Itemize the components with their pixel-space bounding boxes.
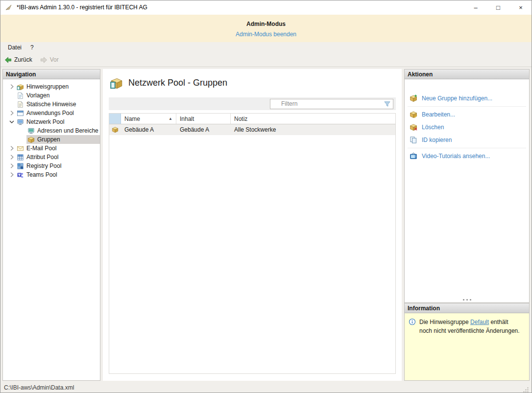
sidebar-item-label: Netzwerk Pool bbox=[26, 118, 64, 125]
column-label-notiz: Notiz bbox=[234, 116, 247, 122]
exit-admin-mode-link[interactable]: Admin-Modus beenden bbox=[236, 31, 296, 38]
chevron-right-icon[interactable] bbox=[8, 144, 16, 152]
information-panel: Information Die Hinweisgruppe Default en… bbox=[404, 303, 530, 381]
info-message-before: Die Hinweisgruppe bbox=[419, 319, 469, 325]
minimize-icon: – bbox=[474, 4, 477, 11]
sidebar-item-label: Vorlagen bbox=[26, 92, 49, 99]
back-button[interactable]: Zurück bbox=[4, 56, 32, 64]
sidebar-item-adressen-und-bereiche[interactable]: Adressen und Bereiche bbox=[3, 126, 100, 135]
expander-spacer bbox=[8, 92, 16, 99]
delete-group-action[interactable]: Löschen bbox=[405, 121, 529, 134]
network-pool-icon bbox=[17, 118, 24, 126]
video-tutorials-icon bbox=[410, 152, 417, 160]
navigation-panel-header: Navigation bbox=[3, 69, 100, 79]
column-header-notiz[interactable]: Notiz bbox=[231, 114, 395, 124]
navigation-header-label: Navigation bbox=[6, 71, 36, 78]
sidebar-item-netzwerk-pool[interactable]: Netzwerk Pool bbox=[3, 117, 100, 126]
sidebar-item-anwendungs-pool[interactable]: Anwendungs Pool bbox=[3, 109, 100, 117]
actions-panel-header: Aktionen bbox=[405, 69, 529, 79]
add-group-action[interactable]: Neue Gruppe hinzufügen... bbox=[405, 92, 529, 105]
menu-bar: Datei ? bbox=[0, 42, 532, 53]
delete-group-label: Löschen bbox=[422, 124, 444, 131]
forward-arrow-icon bbox=[40, 56, 48, 64]
chevron-right-icon[interactable] bbox=[8, 83, 16, 91]
sidebar-item-statische-hinweise[interactable]: Statische Hinweise bbox=[3, 100, 100, 109]
resize-grip-icon[interactable] bbox=[523, 387, 529, 393]
teams-pool-icon bbox=[17, 171, 24, 179]
close-button[interactable]: × bbox=[509, 0, 532, 15]
groups-table: Name ▲ Inhalt Notiz Gebäude A Gebäude A … bbox=[109, 113, 396, 374]
table-empty-area bbox=[109, 135, 395, 373]
cell-name: Gebäude A bbox=[121, 126, 176, 133]
edit-group-label: Bearbeiten... bbox=[422, 111, 455, 118]
admin-mode-banner: Admin-Modus Admin-Modus beenden bbox=[0, 15, 532, 42]
registry-pool-icon bbox=[17, 162, 24, 170]
cell-notiz: Alle Stockwerke bbox=[231, 126, 395, 133]
edit-group-action[interactable]: Bearbeiten... bbox=[405, 108, 529, 121]
sidebar-item-vorlagen[interactable]: Vorlagen bbox=[3, 91, 100, 100]
minimize-button[interactable]: – bbox=[464, 0, 487, 15]
back-label: Zurück bbox=[14, 56, 32, 63]
filter-input[interactable] bbox=[270, 99, 393, 109]
table-row[interactable]: Gebäude A Gebäude A Alle Stockwerke bbox=[109, 124, 395, 135]
content-panel: Netzwerk Pool - Gruppen Name ▲ Inhalt No… bbox=[103, 69, 402, 381]
title-bar[interactable]: *IBI-aws Admin 1.30.0 - registriert für … bbox=[0, 0, 532, 15]
chevron-right-icon[interactable] bbox=[8, 162, 16, 170]
email-pool-icon bbox=[17, 145, 24, 152]
video-tutorials-label: Video-Tutorials ansehen... bbox=[422, 153, 490, 160]
sidebar-item-attribut-pool[interactable]: Attribut Pool bbox=[3, 153, 100, 162]
copy-id-icon bbox=[410, 136, 417, 144]
edit-group-icon bbox=[410, 111, 417, 118]
navigation-tree: Hinweisgruppen Vorlagen Statische Hinwei… bbox=[3, 79, 100, 179]
default-group-link[interactable]: Default bbox=[470, 319, 489, 325]
close-icon: × bbox=[519, 4, 523, 11]
copy-id-action[interactable]: ID kopieren bbox=[405, 134, 529, 146]
actions-header-label: Aktionen bbox=[408, 71, 433, 78]
app-icon bbox=[5, 3, 13, 11]
sidebar-item-label: Statische Hinweise bbox=[26, 101, 76, 108]
information-panel-header: Information bbox=[405, 303, 529, 313]
column-label-inhalt: Inhalt bbox=[180, 116, 194, 122]
sidebar-item-label: E-Mail Pool bbox=[26, 145, 56, 152]
expander-spacer bbox=[19, 127, 26, 135]
maximize-icon: □ bbox=[496, 4, 500, 11]
expander-spacer bbox=[8, 100, 16, 108]
menu-datei[interactable]: Datei bbox=[3, 43, 26, 52]
row-icon-cell bbox=[109, 126, 121, 133]
sort-ascending-icon: ▲ bbox=[169, 116, 172, 121]
menu-help[interactable]: ? bbox=[26, 43, 38, 52]
table-header-row: Name ▲ Inhalt Notiz bbox=[109, 114, 395, 124]
sidebar-item-registry-pool[interactable]: Registry Pool bbox=[3, 162, 100, 170]
row-selector-column-header[interactable] bbox=[109, 114, 121, 124]
addresses-ranges-icon bbox=[27, 127, 35, 135]
hint-groups-icon bbox=[17, 83, 24, 91]
sidebar-item-email-pool[interactable]: E-Mail Pool bbox=[3, 144, 100, 153]
page-title: Netzwerk Pool - Gruppen bbox=[128, 78, 227, 88]
sidebar-item-label: Attribut Pool bbox=[26, 154, 58, 161]
chevron-right-icon[interactable] bbox=[8, 109, 16, 117]
sidebar-item-label: Gruppen bbox=[37, 136, 60, 143]
sidebar-item-label: Adressen und Bereiche bbox=[37, 127, 98, 134]
video-tutorials-action[interactable]: Video-Tutorials ansehen... bbox=[405, 150, 529, 162]
attribute-pool-icon bbox=[17, 154, 24, 161]
new-group-icon bbox=[410, 94, 417, 102]
filter-funnel-icon[interactable] bbox=[384, 100, 391, 108]
information-body: Die Hinweisgruppe Default enthält noch n… bbox=[405, 313, 529, 380]
splitter-grip[interactable] bbox=[462, 299, 472, 301]
chevron-down-icon[interactable] bbox=[8, 118, 16, 126]
templates-icon bbox=[17, 92, 24, 99]
sidebar-item-hinweisgruppen[interactable]: Hinweisgruppen bbox=[3, 82, 100, 91]
column-header-inhalt[interactable]: Inhalt bbox=[176, 114, 231, 124]
chevron-right-icon[interactable] bbox=[8, 171, 16, 179]
sidebar-item-gruppen[interactable]: Gruppen bbox=[3, 135, 100, 144]
sidebar-item-teams-pool[interactable]: Teams Pool bbox=[3, 170, 100, 179]
static-hints-icon bbox=[17, 101, 24, 108]
forward-button[interactable]: Vor bbox=[40, 56, 59, 64]
column-header-name[interactable]: Name ▲ bbox=[121, 114, 176, 124]
chevron-right-icon[interactable] bbox=[8, 153, 16, 161]
maximize-button[interactable]: □ bbox=[487, 0, 509, 15]
window-title: *IBI-aws Admin 1.30.0 - registriert für … bbox=[17, 4, 147, 11]
column-label-name: Name bbox=[124, 116, 140, 122]
actions-panel: Aktionen Neue Gruppe hinzufügen... Bearb… bbox=[404, 69, 530, 303]
navigation-toolbar: Zurück Vor bbox=[0, 53, 532, 67]
